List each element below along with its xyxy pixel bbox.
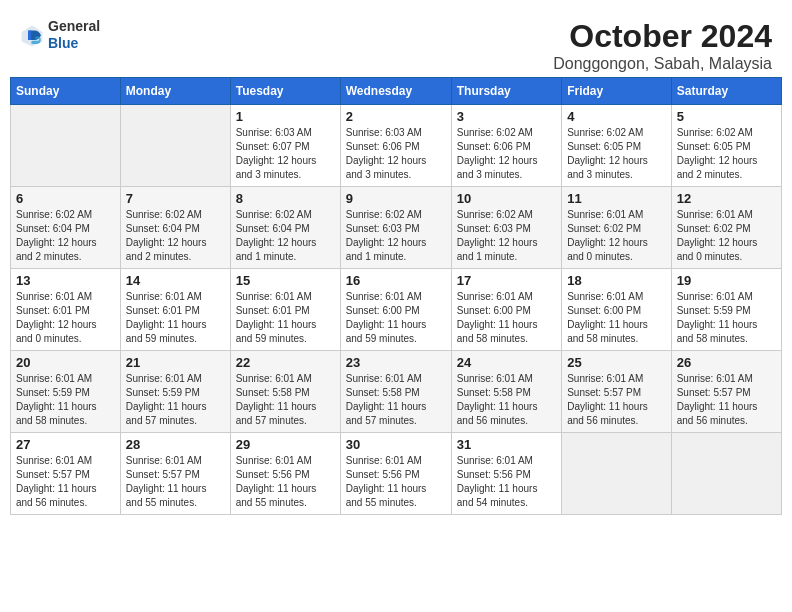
calendar-cell: 12Sunrise: 6:01 AM Sunset: 6:02 PM Dayli… (671, 187, 781, 269)
cell-day-number: 7 (126, 191, 225, 206)
cell-day-number: 20 (16, 355, 115, 370)
calendar-cell: 13Sunrise: 6:01 AM Sunset: 6:01 PM Dayli… (11, 269, 121, 351)
calendar-cell: 23Sunrise: 6:01 AM Sunset: 5:58 PM Dayli… (340, 351, 451, 433)
cell-info-text: Sunrise: 6:01 AM Sunset: 5:57 PM Dayligh… (677, 372, 776, 428)
logo-icon (20, 24, 44, 48)
cell-info-text: Sunrise: 6:02 AM Sunset: 6:06 PM Dayligh… (457, 126, 556, 182)
cell-info-text: Sunrise: 6:02 AM Sunset: 6:04 PM Dayligh… (16, 208, 115, 264)
calendar-cell: 10Sunrise: 6:02 AM Sunset: 6:03 PM Dayli… (451, 187, 561, 269)
calendar-cell: 4Sunrise: 6:02 AM Sunset: 6:05 PM Daylig… (562, 105, 672, 187)
cell-info-text: Sunrise: 6:02 AM Sunset: 6:03 PM Dayligh… (346, 208, 446, 264)
cell-info-text: Sunrise: 6:02 AM Sunset: 6:05 PM Dayligh… (567, 126, 666, 182)
calendar-header: Sunday Monday Tuesday Wednesday Thursday… (11, 78, 782, 105)
calendar-cell: 29Sunrise: 6:01 AM Sunset: 5:56 PM Dayli… (230, 433, 340, 515)
calendar-cell: 7Sunrise: 6:02 AM Sunset: 6:04 PM Daylig… (120, 187, 230, 269)
cell-info-text: Sunrise: 6:02 AM Sunset: 6:04 PM Dayligh… (236, 208, 335, 264)
col-monday: Monday (120, 78, 230, 105)
cell-info-text: Sunrise: 6:01 AM Sunset: 6:00 PM Dayligh… (457, 290, 556, 346)
cell-day-number: 16 (346, 273, 446, 288)
calendar-cell: 9Sunrise: 6:02 AM Sunset: 6:03 PM Daylig… (340, 187, 451, 269)
cell-info-text: Sunrise: 6:03 AM Sunset: 6:07 PM Dayligh… (236, 126, 335, 182)
calendar-cell: 1Sunrise: 6:03 AM Sunset: 6:07 PM Daylig… (230, 105, 340, 187)
calendar-cell (671, 433, 781, 515)
col-wednesday: Wednesday (340, 78, 451, 105)
calendar-cell: 15Sunrise: 6:01 AM Sunset: 6:01 PM Dayli… (230, 269, 340, 351)
cell-info-text: Sunrise: 6:01 AM Sunset: 6:02 PM Dayligh… (567, 208, 666, 264)
calendar-cell: 20Sunrise: 6:01 AM Sunset: 5:59 PM Dayli… (11, 351, 121, 433)
cell-info-text: Sunrise: 6:01 AM Sunset: 5:58 PM Dayligh… (457, 372, 556, 428)
calendar-cell (11, 105, 121, 187)
days-of-week-row: Sunday Monday Tuesday Wednesday Thursday… (11, 78, 782, 105)
calendar-cell: 11Sunrise: 6:01 AM Sunset: 6:02 PM Dayli… (562, 187, 672, 269)
cell-day-number: 9 (346, 191, 446, 206)
cell-day-number: 5 (677, 109, 776, 124)
calendar-cell (562, 433, 672, 515)
cell-info-text: Sunrise: 6:01 AM Sunset: 6:02 PM Dayligh… (677, 208, 776, 264)
cell-info-text: Sunrise: 6:01 AM Sunset: 6:01 PM Dayligh… (236, 290, 335, 346)
cell-day-number: 19 (677, 273, 776, 288)
cell-info-text: Sunrise: 6:01 AM Sunset: 5:56 PM Dayligh… (346, 454, 446, 510)
cell-day-number: 14 (126, 273, 225, 288)
calendar-cell: 8Sunrise: 6:02 AM Sunset: 6:04 PM Daylig… (230, 187, 340, 269)
cell-day-number: 1 (236, 109, 335, 124)
calendar-cell: 19Sunrise: 6:01 AM Sunset: 5:59 PM Dayli… (671, 269, 781, 351)
cell-info-text: Sunrise: 6:01 AM Sunset: 5:58 PM Dayligh… (346, 372, 446, 428)
week-row-4: 20Sunrise: 6:01 AM Sunset: 5:59 PM Dayli… (11, 351, 782, 433)
cell-day-number: 2 (346, 109, 446, 124)
logo-general-text: General (48, 18, 100, 35)
cell-info-text: Sunrise: 6:01 AM Sunset: 5:56 PM Dayligh… (236, 454, 335, 510)
calendar-cell: 6Sunrise: 6:02 AM Sunset: 6:04 PM Daylig… (11, 187, 121, 269)
calendar-cell: 21Sunrise: 6:01 AM Sunset: 5:59 PM Dayli… (120, 351, 230, 433)
cell-info-text: Sunrise: 6:01 AM Sunset: 5:57 PM Dayligh… (126, 454, 225, 510)
cell-day-number: 21 (126, 355, 225, 370)
col-friday: Friday (562, 78, 672, 105)
calendar-cell: 16Sunrise: 6:01 AM Sunset: 6:00 PM Dayli… (340, 269, 451, 351)
calendar-cell: 3Sunrise: 6:02 AM Sunset: 6:06 PM Daylig… (451, 105, 561, 187)
cell-info-text: Sunrise: 6:01 AM Sunset: 5:57 PM Dayligh… (16, 454, 115, 510)
logo: General Blue (20, 18, 100, 52)
calendar-cell (120, 105, 230, 187)
cell-info-text: Sunrise: 6:01 AM Sunset: 5:59 PM Dayligh… (677, 290, 776, 346)
week-row-5: 27Sunrise: 6:01 AM Sunset: 5:57 PM Dayli… (11, 433, 782, 515)
calendar-cell: 25Sunrise: 6:01 AM Sunset: 5:57 PM Dayli… (562, 351, 672, 433)
cell-info-text: Sunrise: 6:02 AM Sunset: 6:03 PM Dayligh… (457, 208, 556, 264)
cell-day-number: 4 (567, 109, 666, 124)
cell-info-text: Sunrise: 6:03 AM Sunset: 6:06 PM Dayligh… (346, 126, 446, 182)
cell-info-text: Sunrise: 6:01 AM Sunset: 6:01 PM Dayligh… (16, 290, 115, 346)
calendar-body: 1Sunrise: 6:03 AM Sunset: 6:07 PM Daylig… (11, 105, 782, 515)
cell-info-text: Sunrise: 6:01 AM Sunset: 6:01 PM Dayligh… (126, 290, 225, 346)
calendar-cell: 26Sunrise: 6:01 AM Sunset: 5:57 PM Dayli… (671, 351, 781, 433)
calendar-cell: 31Sunrise: 6:01 AM Sunset: 5:56 PM Dayli… (451, 433, 561, 515)
calendar-cell: 5Sunrise: 6:02 AM Sunset: 6:05 PM Daylig… (671, 105, 781, 187)
cell-info-text: Sunrise: 6:01 AM Sunset: 5:57 PM Dayligh… (567, 372, 666, 428)
cell-day-number: 8 (236, 191, 335, 206)
cell-day-number: 3 (457, 109, 556, 124)
cell-day-number: 23 (346, 355, 446, 370)
cell-day-number: 25 (567, 355, 666, 370)
cell-day-number: 24 (457, 355, 556, 370)
week-row-1: 1Sunrise: 6:03 AM Sunset: 6:07 PM Daylig… (11, 105, 782, 187)
cell-info-text: Sunrise: 6:01 AM Sunset: 5:56 PM Dayligh… (457, 454, 556, 510)
week-row-3: 13Sunrise: 6:01 AM Sunset: 6:01 PM Dayli… (11, 269, 782, 351)
logo-text: General Blue (48, 18, 100, 52)
cell-day-number: 6 (16, 191, 115, 206)
cell-day-number: 27 (16, 437, 115, 452)
cell-info-text: Sunrise: 6:01 AM Sunset: 5:59 PM Dayligh… (126, 372, 225, 428)
cell-info-text: Sunrise: 6:02 AM Sunset: 6:05 PM Dayligh… (677, 126, 776, 182)
cell-day-number: 13 (16, 273, 115, 288)
cell-day-number: 15 (236, 273, 335, 288)
col-thursday: Thursday (451, 78, 561, 105)
cell-day-number: 11 (567, 191, 666, 206)
cell-day-number: 26 (677, 355, 776, 370)
col-sunday: Sunday (11, 78, 121, 105)
cell-day-number: 29 (236, 437, 335, 452)
location-text: Donggongon, Sabah, Malaysia (553, 55, 772, 73)
calendar-cell: 2Sunrise: 6:03 AM Sunset: 6:06 PM Daylig… (340, 105, 451, 187)
cell-day-number: 28 (126, 437, 225, 452)
cell-info-text: Sunrise: 6:01 AM Sunset: 6:00 PM Dayligh… (567, 290, 666, 346)
calendar-cell: 17Sunrise: 6:01 AM Sunset: 6:00 PM Dayli… (451, 269, 561, 351)
calendar-cell: 22Sunrise: 6:01 AM Sunset: 5:58 PM Dayli… (230, 351, 340, 433)
cell-day-number: 12 (677, 191, 776, 206)
cell-info-text: Sunrise: 6:01 AM Sunset: 5:58 PM Dayligh… (236, 372, 335, 428)
calendar-cell: 18Sunrise: 6:01 AM Sunset: 6:00 PM Dayli… (562, 269, 672, 351)
